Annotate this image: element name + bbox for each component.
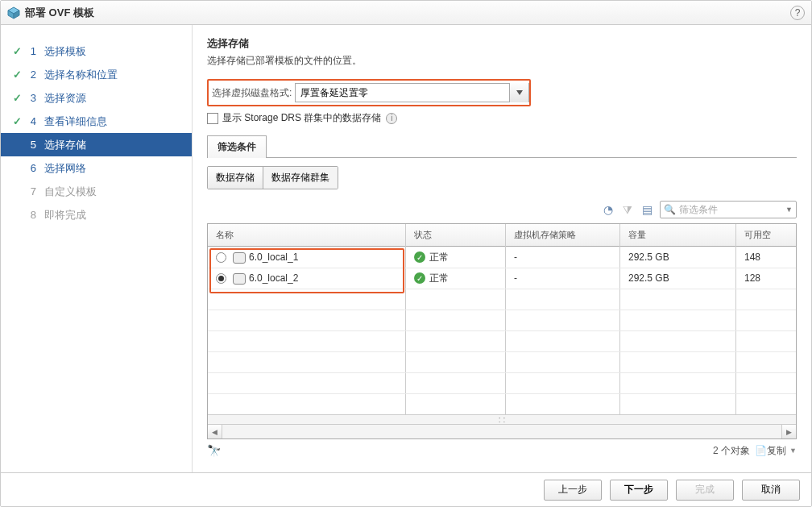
drs-checkbox-label: 显示 Storage DRS 群集中的数据存储 [222,111,381,125]
step-6[interactable]: 6 选择网络 [1,156,192,180]
table-row-status: ✓正常 [406,247,505,268]
status-ok-icon: ✓ [414,251,425,263]
scroll-track[interactable] [222,425,781,438]
chevron-down-icon[interactable]: ▼ [785,206,793,214]
dialog-title: 部署 OVF 模板 [25,6,94,20]
info-icon[interactable]: i [386,113,397,124]
find-icon[interactable]: 🔭 [207,444,221,457]
copy-label[interactable]: 复制 [767,444,786,458]
export-icon[interactable]: ▤ [640,203,653,216]
chevron-down-icon[interactable] [509,83,528,102]
scroll-right-icon[interactable]: ▶ [781,425,796,438]
disk-format-label: 选择虚拟磁盘格式: [212,86,292,100]
filter-funnel-icon: ⧩ [621,203,634,216]
table-toolbar: ◔ ⧩ ▤ 🔍 筛选条件 ▼ [207,197,797,223]
table-row-name[interactable]: 6.0_local_2 [208,268,405,289]
dialog-footer: 上一步 下一步 完成 取消 [1,472,811,506]
col-status-header[interactable]: 状态 [406,224,505,247]
col-free-header[interactable]: 可用空 [736,224,796,247]
subtab-group: 数据存储 数据存储群集 [207,166,338,189]
table-row-policy: - [506,268,619,289]
tab-filter[interactable]: 筛选条件 [207,135,267,158]
svg-marker-3 [516,90,523,95]
checkbox-icon[interactable] [207,113,218,124]
table-row-status: ✓正常 [406,268,505,289]
horizontal-scrollbar[interactable]: ◀ ▶ [208,424,796,438]
object-count: 2 个对象 [713,444,750,458]
disk-format-value: 厚置备延迟置零 [296,86,509,100]
grid-footer: 🔭 2 个对象 📄 复制 ▼ [207,441,797,460]
datastore-icon [233,273,244,283]
radio-unselected-icon[interactable] [216,252,226,263]
filter-placeholder: 筛选条件 [679,203,785,217]
splitter-handle[interactable]: : : [208,414,796,424]
col-capacity-header[interactable]: 容量 [620,224,735,247]
tab-strip: 筛选条件 [207,135,797,158]
cancel-button[interactable]: 取消 [742,480,800,501]
search-icon: 🔍 [664,204,676,215]
table-row-capacity: 292.5 GB [620,247,735,268]
step-3[interactable]: ✓3 选择资源 [1,86,192,110]
step-8: 8 即将完成 [1,203,192,226]
disk-format-select[interactable]: 厚置备延迟置零 [295,83,529,102]
scroll-left-icon[interactable]: ◀ [208,425,222,438]
table-row-policy: - [506,247,619,268]
table-row-free: 128 [736,268,796,289]
step-7: 7 自定义模板 [1,180,192,203]
subtab-ds-clusters[interactable]: 数据存储群集 [263,167,338,189]
disk-format-row: 选择虚拟磁盘格式: 厚置备延迟置零 [207,79,531,106]
radio-selected-icon[interactable] [216,273,226,284]
content-title: 选择存储 [207,36,797,51]
finish-button: 完成 [676,480,734,501]
filter-input[interactable]: 🔍 筛选条件 ▼ [660,201,797,218]
content-subtitle: 选择存储已部署模板的文件的位置。 [207,54,797,68]
next-button[interactable]: 下一步 [610,480,668,501]
step-1[interactable]: ✓1 选择模板 [1,39,192,63]
title-bar: 部署 OVF 模板 ? [1,1,811,25]
datastore-grid: 名称 6.0_local_1 6.0_local_2 状态 ✓正常 ✓正常 虚拟 [207,223,797,439]
ovf-cube-icon [7,6,20,19]
help-icon[interactable]: ? [790,6,805,20]
step-2[interactable]: ✓2 选择名称和位置 [1,63,192,86]
step-4[interactable]: ✓4 查看详细信息 [1,110,192,133]
col-policy-header[interactable]: 虚拟机存储策略 [506,224,619,247]
table-row-name[interactable]: 6.0_local_1 [208,247,405,268]
chevron-down-icon[interactable]: ▼ [789,447,797,455]
table-row-free: 148 [736,247,796,268]
wizard-sidebar: ✓1 选择模板 ✓2 选择名称和位置 ✓3 选择资源 ✓4 查看详细信息 ✓5 … [1,25,193,473]
subtab-datastores[interactable]: 数据存储 [208,167,263,189]
copy-icon[interactable]: 📄 [755,445,767,456]
status-ok-icon: ✓ [414,272,425,284]
clock-icon[interactable]: ◔ [602,203,615,216]
back-button[interactable]: 上一步 [544,480,602,501]
col-name-header[interactable]: 名称 [208,224,405,247]
drs-checkbox-row[interactable]: 显示 Storage DRS 群集中的数据存储 i [207,111,797,125]
step-5[interactable]: ✓5 选择存储 [1,133,192,156]
datastore-icon [233,252,244,262]
table-row-capacity: 292.5 GB [620,268,735,289]
